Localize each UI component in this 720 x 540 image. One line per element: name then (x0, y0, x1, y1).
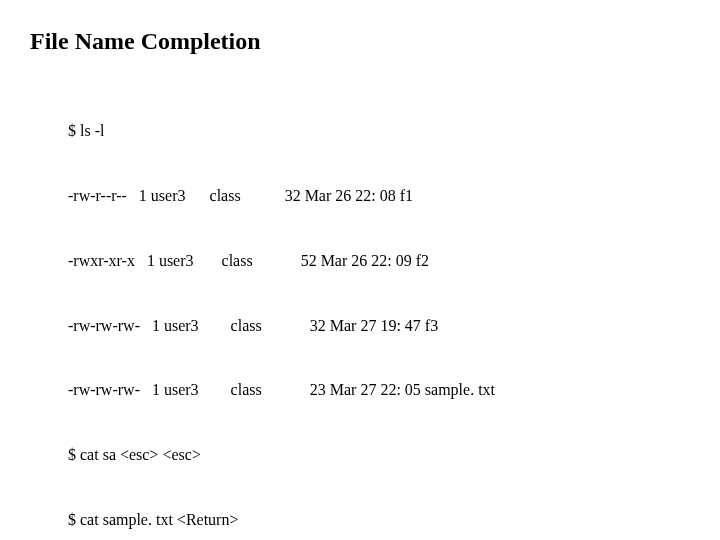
terminal-line: -rwxr-xr-x 1 user3 class 52 Mar 26 22: 0… (68, 250, 720, 272)
page-title: File Name Completion (30, 28, 720, 55)
page: File Name Completion $ ls -l -rw-r--r-- … (0, 0, 720, 540)
terminal-line: $ cat sample. txt <Return> (68, 509, 720, 531)
terminal-line: $ ls -l (68, 120, 720, 142)
terminal-line: -rw-rw-rw- 1 user3 class 32 Mar 27 19: 4… (68, 315, 720, 337)
terminal-line: $ cat sa <esc> <esc> (68, 444, 720, 466)
terminal-line: -rw-r--r-- 1 user3 class 32 Mar 26 22: 0… (68, 185, 720, 207)
terminal-block: $ ls -l -rw-r--r-- 1 user3 class 32 Mar … (68, 77, 720, 540)
terminal-line: -rw-rw-rw- 1 user3 class 23 Mar 27 22: 0… (68, 379, 720, 401)
